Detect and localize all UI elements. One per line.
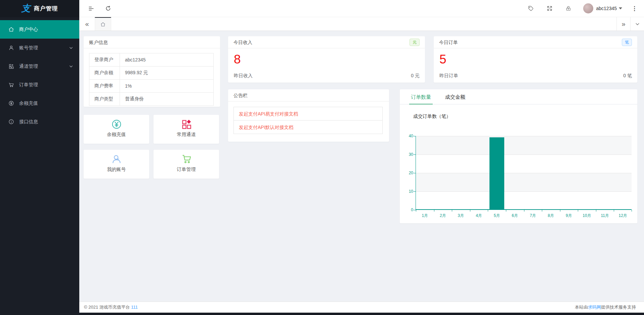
- row-label: 商户类型: [89, 93, 120, 106]
- chevron-down-icon: [635, 21, 640, 27]
- footer-link-qiuma[interactable]: 求码网: [588, 305, 601, 310]
- today-income-value: 8: [234, 52, 425, 66]
- footer-link-111[interactable]: 111: [131, 305, 138, 310]
- chevron-down-icon: [69, 46, 73, 50]
- topbar: abc12345 ⋮: [79, 0, 644, 17]
- refresh-icon[interactable]: [105, 5, 111, 11]
- shortcut-recharge[interactable]: 余额充值: [84, 115, 149, 144]
- chevron-down-icon: [69, 64, 73, 69]
- footer-credit-prefix: 本站由: [575, 305, 588, 310]
- yesterday-orders-value: 0 笔: [623, 73, 632, 79]
- tabs-scroll-right-button[interactable]: »: [616, 17, 630, 31]
- shortcut-label: 余额充值: [84, 132, 149, 138]
- sidebar-item-merchant-center[interactable]: 商户中心: [0, 20, 79, 39]
- yen-circle-icon: [111, 119, 122, 130]
- yen-coin-icon: [8, 100, 14, 106]
- x-axis-tick-label: 2月: [434, 213, 452, 219]
- home-icon: [100, 21, 106, 27]
- row-label: 商户余额: [89, 66, 120, 80]
- x-axis-tick-label: 4月: [470, 213, 488, 219]
- sidebar-item-api-info[interactable]: 接口信息: [0, 113, 79, 131]
- notice-link-default-doc[interactable]: 发起支付API默认对接文档: [239, 125, 294, 130]
- table-row: 商户类型 普通身份: [89, 93, 214, 106]
- user-icon: [111, 154, 122, 165]
- fullscreen-icon[interactable]: [540, 5, 559, 11]
- tabs-dropdown-button[interactable]: [630, 17, 644, 31]
- table-row: 商户余额 9989.92 元: [89, 66, 214, 80]
- sidebar-item-accounts[interactable]: 账号管理: [0, 39, 79, 57]
- cart-icon: [8, 82, 14, 88]
- today-orders-value: 5: [439, 52, 637, 66]
- sidebar-item-label: 通道管理: [19, 63, 38, 70]
- y-axis-tick-label: 40: [403, 134, 413, 138]
- stat-card-title: 今日收入: [233, 40, 252, 45]
- today-orders-card: 今日订单 笔 5 昨日订单 0 笔: [434, 36, 637, 83]
- pay-logo-icon: 支: [22, 4, 31, 13]
- x-axis-tick-label: 6月: [506, 213, 524, 219]
- sidebar-item-label: 接口信息: [19, 119, 38, 125]
- sidebar-item-channels[interactable]: 通道管理: [0, 57, 79, 76]
- channels-icon: [8, 63, 14, 69]
- info-icon: [8, 119, 14, 125]
- notice-list: 发起支付API易支付对接文档 发起支付API默认对接文档: [233, 107, 383, 134]
- sidebar-item-label: 账号管理: [19, 45, 38, 51]
- tabbar: « »: [79, 17, 644, 31]
- shortcut-channels[interactable]: 常用通道: [154, 115, 219, 144]
- y-axis-tick-label: 10: [403, 189, 413, 194]
- x-axis-tick-label: 9月: [560, 213, 578, 219]
- app-logo[interactable]: 支 商户管理: [0, 0, 79, 17]
- username[interactable]: abc12345: [596, 6, 617, 11]
- x-axis-tick-label: 8月: [542, 213, 560, 219]
- account-info-table: 登录商户 abc12345 商户余额 9989.92 元 商户费率 1% 商户类…: [89, 53, 214, 106]
- tab-transaction-amount[interactable]: 成交金额: [445, 89, 465, 104]
- collapse-menu-icon[interactable]: [88, 5, 94, 12]
- shortcut-label: 订单管理: [154, 167, 219, 173]
- app-root: 支 商户管理 商户中心 账号管理 通道管理 订单管理: [0, 0, 644, 315]
- today-income-card: 今日收入 元 8 昨日收入 0 元: [228, 36, 425, 83]
- y-axis-tick-label: 0: [403, 208, 413, 212]
- user-avatar[interactable]: [583, 3, 593, 13]
- y-axis-tick-label: 30: [403, 152, 413, 157]
- unit-badge: 元: [410, 39, 420, 46]
- unlock-icon[interactable]: [559, 5, 578, 11]
- table-row: 商户费率 1%: [89, 80, 214, 93]
- sidebar-item-orders[interactable]: 订单管理: [0, 76, 79, 94]
- tab-order-count[interactable]: 订单数量: [411, 89, 431, 104]
- sidebar-item-label: 商户中心: [19, 27, 38, 33]
- yesterday-income-value: 0 元: [411, 73, 420, 79]
- dashboard-content: 账户信息 登录商户 abc12345 商户余额 9989.92 元 商户费率 1…: [79, 31, 644, 302]
- shortcut-my-account[interactable]: 我的账号: [84, 150, 149, 179]
- x-axis-tick-label: 12月: [614, 213, 632, 219]
- tag-icon[interactable]: [521, 5, 540, 11]
- shortcut-label: 我的账号: [84, 167, 149, 173]
- shortcut-orders[interactable]: 订单管理: [154, 150, 219, 179]
- tabs-scroll-left-button[interactable]: «: [79, 17, 95, 31]
- caret-down-icon[interactable]: [619, 7, 622, 9]
- sidebar-item-recharge[interactable]: 余额充值: [0, 94, 79, 113]
- row-value: 1%: [120, 80, 214, 93]
- home-icon: [8, 27, 14, 32]
- notice-link-yipay-doc[interactable]: 发起支付API易支付对接文档: [239, 111, 298, 117]
- bottom-strip: [79, 313, 644, 315]
- x-axis-tick-label: 10月: [578, 213, 596, 219]
- list-item: 发起支付API默认对接文档: [233, 120, 383, 134]
- home-tab[interactable]: [95, 17, 111, 31]
- channel-grid-icon: [181, 119, 192, 130]
- footer-credit: 本站由求码网提供技术服务支持: [575, 304, 636, 310]
- row-value: abc12345: [120, 53, 214, 66]
- x-axis-tick-label: 5月: [488, 213, 506, 219]
- y-axis-tick-label: 20: [403, 171, 413, 175]
- shortcut-label: 常用通道: [154, 132, 219, 138]
- kebab-menu-icon[interactable]: ⋮: [624, 5, 638, 12]
- yesterday-orders-label: 昨日订单: [439, 73, 458, 79]
- chart-title: 成交订单数（笔）: [413, 114, 637, 120]
- orders-chart-card: 订单数量 成交金额 成交订单数（笔） 0102030401月2月3月4月5月6月…: [400, 89, 637, 223]
- notice-card-title: 公告栏: [228, 89, 389, 101]
- user-icon: [8, 45, 14, 51]
- sidebar-menu: 商户中心 账号管理 通道管理 订单管理 余额充值 接口: [0, 20, 79, 131]
- list-item: 发起支付API易支付对接文档: [233, 107, 383, 121]
- x-axis-tick-label: 11月: [596, 213, 614, 219]
- cart-icon: [181, 154, 192, 165]
- yesterday-income-label: 昨日收入: [234, 73, 253, 79]
- sidebar-item-label: 订单管理: [19, 82, 38, 88]
